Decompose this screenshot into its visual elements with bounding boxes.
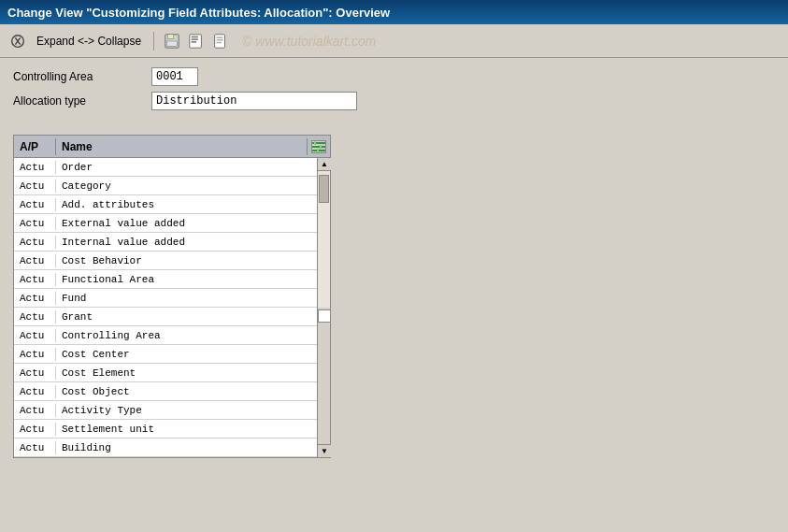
table-header: A/P Name — [14, 136, 330, 158]
cell-name: Cost Element — [56, 367, 317, 380]
col-header-ap: A/P — [14, 138, 56, 155]
cell-ap: Actu — [14, 348, 56, 361]
cell-name: Building — [56, 441, 317, 454]
table-rows: Actu Order Actu Category Actu Add. attri… — [14, 158, 317, 457]
table-row[interactable]: Actu Settlement unit — [14, 420, 317, 439]
cell-ap: Actu — [14, 198, 56, 211]
svg-rect-3 — [167, 41, 178, 46]
svg-rect-16 — [320, 145, 322, 149]
cell-ap: Actu — [14, 180, 56, 193]
attributes-table: A/P Name Actu Order Actu Category A — [13, 135, 331, 458]
svg-rect-6 — [192, 38, 198, 40]
col-header-name: Name — [56, 138, 308, 155]
controlling-area-input[interactable] — [151, 67, 198, 86]
table-row[interactable]: Actu Controlling Area — [14, 326, 317, 345]
scroll-up-button[interactable]: ▲ — [318, 158, 331, 171]
table-row[interactable]: Actu External value added — [14, 214, 317, 233]
cell-name: Controlling Area — [56, 329, 317, 342]
cell-name: Add. attributes — [56, 198, 317, 211]
expand-collapse-label: Expand <-> Collapse — [36, 35, 141, 48]
scroll-track — [318, 171, 330, 308]
svg-rect-10 — [217, 39, 223, 40]
cell-ap: Actu — [14, 385, 56, 398]
toolbar-separator-1 — [153, 32, 154, 50]
svg-rect-7 — [192, 41, 196, 43]
expand-collapse-button[interactable]: Expand <-> Collapse — [32, 32, 146, 50]
watermark-text: © www.tutorialkart.com — [242, 34, 376, 49]
save2-icon[interactable] — [186, 31, 207, 51]
svg-rect-2 — [168, 34, 174, 38]
scroll-thumb[interactable] — [319, 175, 329, 203]
cell-ap: Actu — [14, 217, 56, 230]
table-row[interactable]: Actu Activity Type — [14, 401, 317, 420]
cell-name: Functional Area — [56, 273, 317, 286]
cell-name: Activity Type — [56, 404, 317, 417]
table-row[interactable]: Actu Cost Element — [14, 364, 317, 382]
toolbar: Expand <-> Collapse © www.tutorialkart.c… — [0, 24, 788, 58]
svg-rect-11 — [217, 41, 222, 42]
cell-name: Grant — [56, 310, 317, 324]
cell-ap: Actu — [14, 254, 56, 267]
save3-icon[interactable] — [210, 31, 231, 51]
table-row[interactable]: Actu Grant — [14, 308, 317, 326]
table-row[interactable]: Actu Add. attributes — [14, 195, 317, 214]
title-bar: Change View "Customizing Field Attribute… — [0, 0, 788, 24]
table-row[interactable]: Actu Cost Center — [14, 345, 317, 364]
controlling-area-row: Controlling Area — [13, 67, 775, 86]
cell-name: Cost Center — [56, 348, 317, 361]
expand-collapse-icon[interactable] — [7, 31, 28, 51]
cell-name: External value added — [56, 217, 317, 230]
svg-rect-13 — [312, 146, 325, 148]
cell-name: Order — [56, 161, 317, 174]
cell-name: Internal value added — [56, 236, 317, 249]
cell-ap: Actu — [14, 404, 56, 417]
svg-rect-8 — [215, 34, 225, 47]
cell-name: Fund — [56, 292, 317, 305]
table-scrollbar: ▲ ▼ — [317, 158, 330, 457]
scroll-down-button[interactable]: ▼ — [318, 444, 331, 457]
table-row[interactable]: Actu Building — [14, 439, 317, 457]
content-area: Controlling Area Allocation type — [0, 58, 788, 125]
svg-rect-17 — [317, 149, 319, 152]
table-row[interactable]: Actu Order — [14, 158, 317, 177]
cell-name: Settlement unit — [56, 423, 317, 436]
cell-ap: Actu — [14, 161, 56, 174]
table-row[interactable]: Actu Fund — [14, 289, 317, 308]
cell-ap: Actu — [14, 310, 56, 324]
cell-name: Category — [56, 180, 317, 193]
table-row[interactable]: Actu Cost Object — [14, 382, 317, 401]
cell-ap: Actu — [14, 423, 56, 436]
allocation-type-row: Allocation type — [13, 92, 775, 110]
table-row[interactable]: Actu Category — [14, 177, 317, 195]
svg-rect-9 — [217, 36, 223, 37]
allocation-type-input[interactable] — [151, 92, 357, 110]
allocation-type-label: Allocation type — [13, 94, 144, 108]
table-settings-icon-cell — [308, 140, 330, 153]
svg-rect-5 — [192, 36, 198, 37]
cell-name: Cost Object — [56, 385, 317, 398]
cell-ap: Actu — [14, 273, 56, 286]
save-icon[interactable] — [162, 31, 182, 51]
cell-ap: Actu — [14, 441, 56, 454]
cell-ap: Actu — [14, 367, 56, 380]
table-settings-icon[interactable] — [311, 140, 326, 153]
svg-rect-15 — [314, 141, 316, 145]
cell-ap: Actu — [14, 292, 56, 305]
cell-name: Cost Behavior — [56, 254, 317, 267]
cell-ap: Actu — [14, 236, 56, 249]
table-row[interactable]: Actu Functional Area — [14, 270, 317, 289]
controlling-area-label: Controlling Area — [13, 70, 144, 83]
cell-ap: Actu — [14, 329, 56, 342]
table-wrapper: Actu Order Actu Category Actu Add. attri… — [14, 158, 330, 457]
table-row[interactable]: Actu Cost Behavior — [14, 252, 317, 270]
title-text: Change View "Customizing Field Attribute… — [7, 6, 390, 20]
table-row[interactable]: Actu Internal value added — [14, 233, 317, 252]
